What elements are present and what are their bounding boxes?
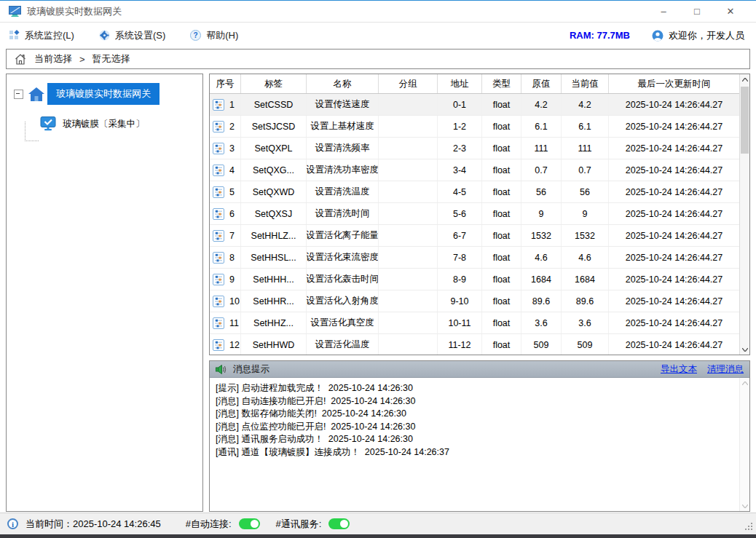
cell: 设置活化束流密度: [307, 247, 379, 268]
taskbar-edge: [0, 534, 756, 538]
current-time: 当前时间：2025-10-24 14:26:45: [25, 518, 161, 531]
scroll-up-icon[interactable]: [740, 74, 749, 84]
tag-icon: [213, 121, 224, 132]
cell: 3.6: [562, 312, 609, 333]
column-header[interactable]: 类型: [482, 74, 521, 93]
clear-messages-link[interactable]: 清理消息: [707, 363, 744, 376]
column-header[interactable]: 最后一次更新时间: [609, 74, 739, 93]
cell: 0.7: [521, 159, 562, 181]
menu-system-monitor[interactable]: 系统监控(L): [9, 29, 74, 42]
cell-index: 1: [210, 94, 241, 115]
tree-node-root[interactable]: 玻璃镀膜实时数据网关: [14, 83, 202, 105]
cell-index: 8: [210, 247, 241, 268]
close-button[interactable]: ✕: [714, 1, 747, 22]
message-scroll-down-icon[interactable]: [740, 501, 749, 511]
cell: 1532: [562, 225, 609, 246]
table-row[interactable]: 2SetSJCSD设置上基材速度1-2float6.16.12025-10-24…: [210, 116, 739, 138]
cell: SetSJCSD: [241, 116, 307, 137]
cell: float: [482, 138, 521, 159]
column-header[interactable]: 当前值: [562, 74, 609, 93]
cell: 设置上基材速度: [307, 116, 379, 137]
scroll-down-icon[interactable]: [740, 344, 749, 355]
cell: 9: [562, 203, 609, 224]
cell: 设置活化温度: [307, 334, 379, 355]
cell: 2025-10-24 14:26:44.27: [609, 334, 739, 355]
table-row[interactable]: 3SetQXPL设置清洗频率2-3float1111112025-10-24 1…: [210, 138, 739, 159]
cell: [379, 181, 438, 202]
cell: 1-2: [438, 116, 482, 137]
message-line: [消息] 通讯服务启动成功！ 2025-10-24 14:26:30: [216, 433, 735, 446]
message-scroll-up-icon[interactable]: [740, 378, 749, 388]
tag-icon: [213, 317, 224, 329]
column-header[interactable]: 名称: [307, 74, 379, 93]
table-row[interactable]: 12SetHHWD设置活化温度11-12float5095092025-10-2…: [210, 334, 739, 355]
cell: [379, 225, 438, 246]
table-row[interactable]: 7SetHHLZ...设置活化离子能量6-7float153215322025-…: [210, 225, 739, 247]
cell: 9: [521, 203, 562, 224]
table-scrollbar[interactable]: [739, 74, 749, 355]
window-controls: – □ ✕: [647, 1, 747, 22]
row-number: 2: [229, 122, 235, 132]
cell: SetQXWD: [241, 181, 307, 202]
monitor-grid-icon: [9, 30, 20, 41]
cell: [379, 138, 438, 159]
tag-icon: [213, 230, 224, 242]
cell: 1684: [521, 269, 562, 290]
cell: 2-3: [438, 138, 482, 159]
breadcrumb-separator: >: [79, 54, 85, 65]
maximize-button[interactable]: □: [680, 1, 714, 22]
breadcrumb: 当前选择 > 暂无选择: [6, 49, 750, 69]
tag-table-panel: 序号标签名称分组地址类型原值当前值最后一次更新时间 1SetCSSD设置传送速度…: [209, 74, 750, 355]
tree-node-channel[interactable]: 玻璃镀膜〔采集中〕: [40, 116, 202, 131]
cell: 设置活化入射角度: [307, 290, 379, 312]
column-header[interactable]: 地址: [438, 74, 482, 93]
tree-node-root-label[interactable]: 玻璃镀膜实时数据网关: [47, 83, 160, 105]
table-row[interactable]: 9SetHHH...设置活化轰击时间8-9float168416842025-1…: [210, 269, 739, 290]
cell: 2025-10-24 14:26:44.27: [609, 159, 739, 181]
table-row[interactable]: 1SetCSSD设置传送速度0-1float4.24.22025-10-24 1…: [210, 94, 739, 116]
cell: 4.6: [521, 247, 562, 268]
minimize-button[interactable]: –: [647, 1, 680, 22]
table-row[interactable]: 4SetQXG...设置清洗功率密度3-4float0.70.72025-10-…: [210, 159, 739, 181]
tag-icon: [213, 274, 224, 285]
cell: 3.6: [521, 312, 562, 333]
cell: [379, 312, 438, 333]
table-row[interactable]: 6SetQXSJ设置清洗时间5-6float992025-10-24 14:26…: [210, 203, 739, 225]
row-number: 6: [229, 209, 235, 219]
table-row[interactable]: 11SetHHZ...设置活化真空度10-11float3.63.62025-1…: [210, 312, 739, 334]
export-text-link[interactable]: 导出文本: [661, 363, 697, 376]
cell: [379, 94, 438, 115]
cell: float: [482, 269, 521, 290]
column-header[interactable]: 标签: [241, 74, 307, 93]
comm-service-toggle[interactable]: [328, 518, 350, 529]
cell: SetHHLZ...: [241, 225, 307, 246]
tree-node-channel-label[interactable]: 玻璃镀膜〔采集中〕: [63, 118, 145, 130]
menu-help[interactable]: ? 帮助(H): [190, 29, 238, 42]
table-row[interactable]: 8SetHHSL...设置活化束流密度7-8float4.64.62025-10…: [210, 247, 739, 269]
row-number: 12: [229, 340, 240, 350]
message-panel-title: 消息提示: [233, 363, 269, 376]
cell: [379, 203, 438, 224]
monitor-check-icon: [40, 116, 56, 131]
column-header[interactable]: 分组: [379, 74, 438, 93]
auto-connect-toggle[interactable]: [239, 518, 260, 529]
cell: [379, 269, 438, 290]
user-avatar-icon: [652, 30, 664, 41]
column-header[interactable]: 序号: [210, 74, 241, 93]
cell: 111: [562, 138, 609, 159]
gear-icon: [99, 30, 110, 41]
table-scrollbar-thumb[interactable]: [741, 87, 749, 154]
message-panel: 消息提示 导出文本 清理消息 [提示] 启动进程加载完成！ 2025-10-24…: [209, 360, 750, 512]
cell: 2025-10-24 14:26:44.27: [609, 181, 739, 202]
resize-grip[interactable]: [744, 521, 752, 530]
message-scrollbar[interactable]: [739, 378, 749, 511]
table-row[interactable]: 5SetQXWD设置清洗温度4-5float56562025-10-24 14:…: [210, 181, 739, 203]
column-header[interactable]: 原值: [521, 74, 562, 93]
cell: 4-5: [438, 181, 482, 202]
window-title: 玻璃镀膜实时数据网关: [27, 5, 122, 18]
cell: 111: [521, 138, 562, 159]
table-row[interactable]: 10SetHHR...设置活化入射角度9-10float89.689.62025…: [210, 290, 739, 312]
cell: 7-8: [438, 247, 482, 268]
tree-expander-icon[interactable]: [14, 90, 23, 99]
menu-system-settings[interactable]: 系统设置(S): [99, 29, 165, 42]
